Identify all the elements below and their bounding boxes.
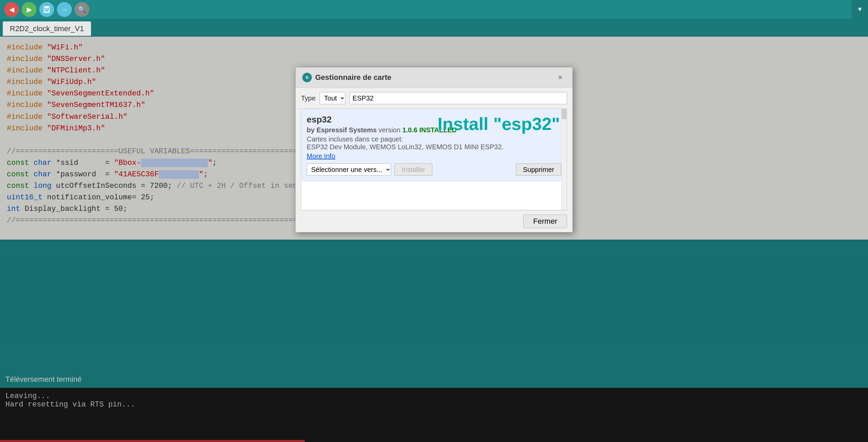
dialog-footer: Fermer <box>296 210 572 232</box>
filter-search-input[interactable] <box>349 92 567 104</box>
dialog-close-button[interactable]: × <box>555 72 566 83</box>
more-info-link[interactable]: More Info <box>307 152 335 160</box>
scrollbar-thumb[interactable] <box>562 109 567 119</box>
svg-rect-2 <box>45 10 48 12</box>
author-name: Espressif Systems <box>317 126 377 134</box>
dialog-icon: B <box>302 73 312 82</box>
remove-button[interactable]: Supprimer <box>516 163 561 176</box>
board-entry: esp32 by Espressif Systems version 1.0.6… <box>301 109 567 181</box>
board-included: Cartes incluses dans ce paquet: ESP32 De… <box>307 135 561 151</box>
board-version: 1.0.6 <box>402 126 417 134</box>
svg-rect-1 <box>45 6 48 8</box>
board-name: esp32 <box>307 114 561 125</box>
list-scrollbar[interactable] <box>561 109 567 210</box>
dialog-titlebar: B Gestionnaire de carte × <box>296 67 572 88</box>
file-tab[interactable]: R2D2_clock_timer_V1 <box>3 21 91 36</box>
go-back-button[interactable]: ◀ <box>4 2 19 17</box>
board-author: by Espressif Systems version 1.0.6 INSTA… <box>307 126 561 134</box>
installed-badge: INSTALLED <box>419 126 457 134</box>
save-button[interactable] <box>39 2 54 17</box>
board-actions: Sélectionner une vers... Installer Suppr… <box>307 163 561 176</box>
dialog-filters: Type Tout <box>296 88 572 109</box>
upload-button[interactable]: → <box>57 2 72 17</box>
tabbar: R2D2_clock_timer_V1 <box>0 19 868 37</box>
dialog-title-text: Gestionnaire de carte <box>315 73 391 82</box>
toolbar: ◀ ▶ → 🔍 <box>0 0 868 19</box>
board-list[interactable]: esp32 by Espressif Systems version 1.0.6… <box>301 109 567 210</box>
corner-button[interactable]: ▼ <box>852 0 868 19</box>
dialog-title-area: B Gestionnaire de carte <box>302 73 391 82</box>
serial-monitor-button[interactable]: 🔍 <box>74 2 89 17</box>
filter-type-label: Type <box>301 94 316 102</box>
install-button[interactable]: Installer <box>394 163 432 176</box>
close-dialog-button[interactable]: Fermer <box>523 215 567 228</box>
author-prefix: by <box>307 126 317 134</box>
svg-text:B: B <box>306 76 308 80</box>
version-select[interactable]: Sélectionner une vers... <box>307 163 391 176</box>
filter-type-select[interactable]: Tout <box>320 92 345 104</box>
go-forward-button[interactable]: ▶ <box>22 2 37 17</box>
board-manager-dialog: B Gestionnaire de carte × Type Tout esp3… <box>295 67 573 233</box>
modal-overlay: B Gestionnaire de carte × Type Tout esp3… <box>0 37 868 442</box>
